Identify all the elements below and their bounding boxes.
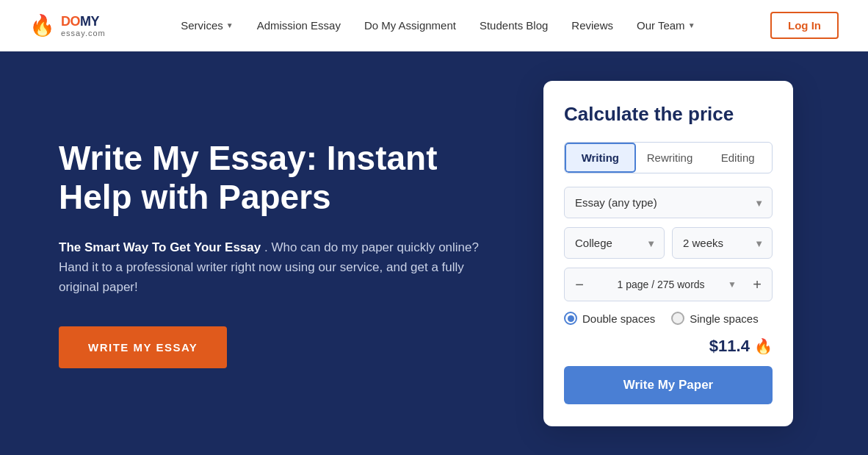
level-deadline-row: High School College University Master's … [564,227,773,259]
navbar: 🔥 DOMYessay.com Services ▼ Admission Ess… [0,0,868,51]
nav-assignment[interactable]: Do My Assignment [364,19,456,32]
double-spaces-option[interactable]: Double spaces [564,312,655,325]
flame-icon: 🔥 [754,338,773,354]
services-chevron-icon: ▼ [226,21,234,29]
single-spaces-radio[interactable] [671,312,684,325]
nav-ourteam[interactable]: Our Team ▼ [637,19,695,32]
nav-admission[interactable]: Admission Essay [257,19,341,32]
logo[interactable]: 🔥 DOMYessay.com [29,13,106,37]
nav-reviews[interactable]: Reviews [571,19,613,32]
paper-type-select[interactable]: Essay (any type) Research Paper Term Pap… [564,187,773,218]
double-spaces-radio[interactable] [564,312,577,325]
hero-section: Write My Essay: Instant Help with Papers… [0,51,868,455]
pages-counter: − 1 page / 275 words ▼ + [564,268,773,301]
nav-services[interactable]: Services ▼ [181,19,233,32]
login-button[interactable]: Log In [770,12,839,39]
spacing-options: Double spaces Single spaces [564,312,773,325]
pages-decrement-button[interactable]: − [565,268,594,301]
nav-blog[interactable]: Students Blog [480,19,548,32]
tab-editing[interactable]: Editing [704,143,772,173]
logo-icon: 🔥 [29,13,55,37]
pages-increment-button[interactable]: + [742,268,772,301]
pages-chevron-icon: ▼ [728,279,737,290]
nav-links: Services ▼ Admission Essay Do My Assignm… [181,19,695,32]
tab-rewriting[interactable]: Rewriting [636,143,704,173]
write-my-essay-button[interactable]: WRITE MY ESSAY [59,326,227,368]
ourteam-chevron-icon: ▼ [688,21,695,29]
logo-text: DOMYessay.com [61,14,106,37]
calculator-tabs: Writing Rewriting Editing [564,142,773,173]
hero-content: Write My Essay: Instant Help with Papers… [59,139,499,368]
hero-description: The Smart Way To Get Your Essay . Who ca… [59,237,499,298]
level-select[interactable]: High School College University Master's … [564,227,665,259]
pages-label: 1 page / 275 words [594,279,728,290]
level-wrapper: High School College University Master's … [564,227,665,259]
calculator-card: Calculate the price Writing Rewriting Ed… [543,81,793,426]
deadline-wrapper: 3 hours 6 hours 12 hours 24 hours 2 days… [672,227,773,259]
hero-title: Write My Essay: Instant Help with Papers [59,139,499,217]
price-display: $11.4 🔥 [564,337,773,356]
tab-writing[interactable]: Writing [565,143,636,173]
single-spaces-option[interactable]: Single spaces [671,312,758,325]
paper-type-wrapper: Essay (any type) Research Paper Term Pap… [564,187,773,218]
calculator-title: Calculate the price [564,103,773,126]
write-my-paper-button[interactable]: Write My Paper [564,366,773,404]
deadline-select[interactable]: 3 hours 6 hours 12 hours 24 hours 2 days… [672,227,773,259]
